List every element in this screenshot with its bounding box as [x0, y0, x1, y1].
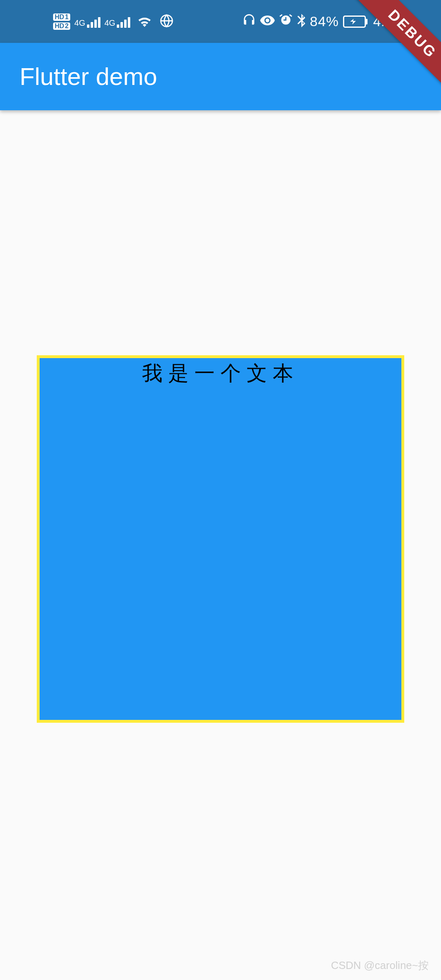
signal-1-label: 4G [74, 18, 85, 28]
battery-percent: 84% [310, 13, 339, 29]
watermark: CSDN @caroline~按 [331, 958, 429, 973]
signal-bars-icon [87, 16, 100, 28]
hd-badges: HD 1 HD 2 [53, 13, 70, 30]
content-box: 我是一个文本 [37, 355, 404, 723]
content-box-text: 我是一个文本 [142, 360, 299, 387]
eye-icon [260, 14, 275, 29]
hd1-badge: HD 1 [53, 13, 70, 21]
signal-2: 4G [105, 16, 131, 28]
battery-icon [343, 16, 368, 28]
headphones-icon [242, 13, 256, 30]
signal-1: 4G [74, 16, 100, 28]
signal-2-label: 4G [105, 18, 116, 28]
hd2-badge: HD 2 [53, 22, 70, 30]
signal-bars-icon [117, 16, 130, 28]
status-left: HD 1 HD 2 4G 4G [53, 13, 174, 30]
app-bar: Flutter demo [0, 43, 441, 110]
app-title: Flutter demo [20, 62, 157, 91]
globe-icon [160, 14, 174, 29]
bluetooth-icon [297, 13, 306, 31]
wifi-icon [137, 15, 152, 29]
body-area: 我是一个文本 [0, 110, 441, 980]
alarm-icon [279, 13, 293, 30]
